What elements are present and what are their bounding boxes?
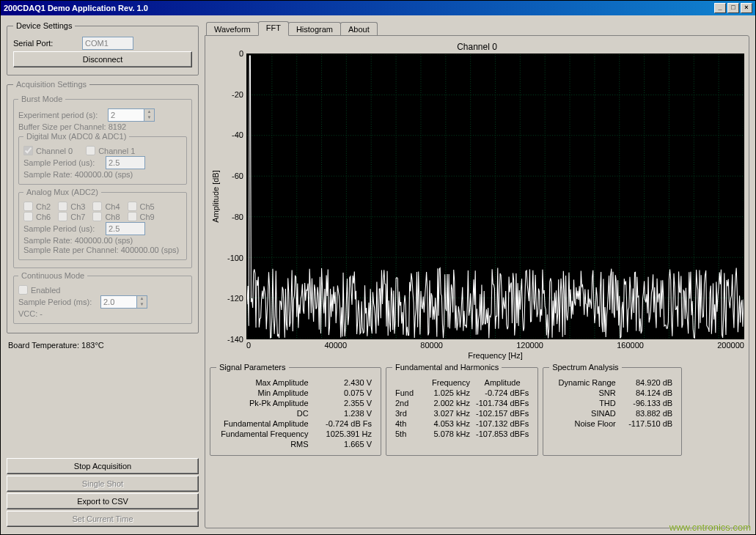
cont-legend: Continuous Mode xyxy=(18,271,87,280)
ytick: -40 xyxy=(232,130,243,139)
spin-down-icon: ▼ xyxy=(136,302,147,308)
ch7-checkbox: Ch7 xyxy=(58,212,85,221)
app-window: 200CDAQ1 Demo Application Rev. 1.0 _ □ ×… xyxy=(0,0,756,535)
ytick: -80 xyxy=(232,213,243,221)
disconnect-button[interactable]: Disconnect xyxy=(13,51,192,67)
continuous-mode: Continuous Mode Enabled Sample Period (m… xyxy=(13,271,192,324)
xtick: 160000 xyxy=(617,341,644,350)
stop-acquisition-button[interactable]: Stop Acquisition xyxy=(7,458,199,474)
sigparams-legend: Signal Parameters xyxy=(216,363,289,372)
spec-legend: Spectrum Analysis xyxy=(549,363,621,372)
acq-legend: Acquisition Settings xyxy=(13,80,89,89)
harm-legend: Fundamental and Harmonics xyxy=(392,363,502,372)
sigparams-table: Max Amplitude2.430 VMin Amplitude0.075 V… xyxy=(216,377,375,449)
dmux-sr-label: Sample Rate: 400000.00 (sps) xyxy=(23,170,133,179)
xtick: 200000 xyxy=(717,341,744,350)
serial-port-label: Serial Port: xyxy=(13,39,79,48)
minimize-icon[interactable]: _ xyxy=(714,3,726,13)
cont-enabled-checkbox: Enabled xyxy=(18,285,60,295)
digital-mux: Digital Mux (ADC0 & ADC1) Channel 0 Chan… xyxy=(18,132,187,185)
close-icon[interactable]: × xyxy=(741,3,752,13)
chart-yticks: 0-20-40-60-80-100-120-140 xyxy=(221,54,246,339)
dmux-sp-label: Sample Period (us): xyxy=(23,158,103,167)
table-row: Min Amplitude0.075 V xyxy=(216,388,375,398)
cont-sp-label: Sample Period (ms): xyxy=(18,298,98,306)
chart-xlabel: Frequency [Hz] xyxy=(246,350,744,360)
table-row: 5th5.078 kHz-107.853 dBFs xyxy=(392,429,532,439)
ch5-checkbox: Ch5 xyxy=(128,202,155,211)
spectrum-analysis: Spectrum Analysis Dynamic Range84.920 dB… xyxy=(543,363,682,456)
ytick: -120 xyxy=(227,294,243,303)
table-row: Fund1.025 kHz-0.724 dBFs xyxy=(392,388,532,398)
table-row: THD-96.133 dB xyxy=(549,398,675,408)
table-row: Max Amplitude2.430 V xyxy=(216,377,375,388)
tab-fft[interactable]: FFT xyxy=(258,21,289,36)
ch9-checkbox: Ch9 xyxy=(128,212,155,221)
ch2-checkbox: Ch2 xyxy=(23,202,51,211)
chart-xticks: 04000080000120000160000200000 xyxy=(210,339,744,350)
table-row: 3rd3.027 kHz-102.157 dBFs xyxy=(392,408,532,418)
ch0-checkbox: Channel 0 xyxy=(23,146,73,155)
table-row: Fundamental Frequency1025.391 Hz xyxy=(216,429,375,439)
exp-period-label: Experiment period (s): xyxy=(18,111,105,119)
amux-srpc-label: Sample Rate per Channel: 400000.00 (sps) xyxy=(23,246,179,254)
chart: Amplitude [dB] 0-20-40-60-80-100-120-140 xyxy=(210,54,744,339)
ch3-checkbox: Ch3 xyxy=(58,202,85,211)
acquisition-settings: Acquisition Settings Burst Mode Experime… xyxy=(7,80,199,333)
table-row: Noise Floor-117.510 dB xyxy=(549,418,675,429)
table-row: 4th4.053 kHz-107.132 dBFs xyxy=(392,418,532,429)
chart-title: Channel 0 xyxy=(210,40,744,54)
device-settings-legend: Device Settings xyxy=(13,21,75,30)
spec-table: Dynamic Range84.920 dBSNR84.124 dBTHD-96… xyxy=(549,377,675,429)
chart-plot[interactable] xyxy=(246,54,744,339)
ch6-checkbox: Ch6 xyxy=(23,212,51,221)
ch8-checkbox: Ch8 xyxy=(92,212,120,221)
xtick: 0 xyxy=(246,341,251,350)
amux-legend: Analog Mux (ADC2) xyxy=(23,188,101,196)
table-row: Pk-Pk Amplitude2.355 V xyxy=(216,398,375,408)
table-row: RMS1.665 V xyxy=(216,439,375,449)
maximize-icon[interactable]: □ xyxy=(727,3,739,13)
tab-waveform[interactable]: Waveform xyxy=(206,22,259,35)
metrics-row: Signal Parameters Max Amplitude2.430 VMi… xyxy=(210,363,744,456)
left-panel: Device Settings Serial Port: Disconnect … xyxy=(7,21,199,528)
ytick: -100 xyxy=(227,254,243,262)
spin-down-icon: ▼ xyxy=(144,115,154,121)
table-row: Fundamental Amplitude-0.724 dB Fs xyxy=(216,418,375,429)
harm-table: FrequencyAmplitudeFund1.025 kHz-0.724 dB… xyxy=(392,377,532,439)
set-time-button: Set Current Time xyxy=(7,511,199,527)
table-row: DC1.238 V xyxy=(216,408,375,418)
watermark: www.cntronics.com xyxy=(669,522,751,533)
ch4-checkbox: Ch4 xyxy=(92,202,120,211)
tabstrip: Waveform FFT Histogram About xyxy=(205,21,749,35)
amux-sp-label: Sample Period (us): xyxy=(23,224,103,233)
dmux-legend: Digital Mux (ADC0 & ADC1) xyxy=(23,132,129,141)
fundamental-harmonics: Fundamental and Harmonics FrequencyAmpli… xyxy=(386,363,538,456)
table-row: SNR84.124 dB xyxy=(549,388,675,398)
device-settings: Device Settings Serial Port: Disconnect xyxy=(7,21,199,75)
tab-content: Channel 0 Amplitude [dB] 0-20-40-60-80-1… xyxy=(205,35,749,528)
right-panel: Waveform FFT Histogram About Channel 0 A… xyxy=(205,21,749,528)
window-title: 200CDAQ1 Demo Application Rev. 1.0 xyxy=(4,4,148,12)
export-csv-button[interactable]: Export to CSV xyxy=(7,493,199,509)
tab-histogram[interactable]: Histogram xyxy=(288,22,341,35)
xtick: 120000 xyxy=(516,341,543,350)
action-buttons: Stop Acquisition Single Shot Export to C… xyxy=(7,457,199,528)
ytick: 0 xyxy=(239,49,243,58)
burst-mode: Burst Mode Experiment period (s): ▲▼ Buf… xyxy=(13,95,192,268)
ch1-checkbox: Channel 1 xyxy=(86,146,135,155)
serial-port-input xyxy=(82,37,133,50)
ytick: -60 xyxy=(232,171,243,180)
buffer-size-label: Buffer Size per Channel: 8192 xyxy=(18,122,126,131)
signal-parameters: Signal Parameters Max Amplitude2.430 VMi… xyxy=(210,363,381,456)
chart-ylabel: Amplitude [dB] xyxy=(211,170,220,223)
cont-sp-input xyxy=(101,296,136,308)
spin-up-icon: ▲ xyxy=(144,109,154,115)
table-row: Dynamic Range84.920 dB xyxy=(549,377,675,388)
titlebar[interactable]: 200CDAQ1 Demo Application Rev. 1.0 _ □ × xyxy=(1,1,755,15)
tab-about[interactable]: About xyxy=(340,22,378,35)
ytick: -20 xyxy=(232,90,243,99)
cont-sp-spin: ▲▼ xyxy=(100,295,147,309)
content: Device Settings Serial Port: Disconnect … xyxy=(1,15,755,534)
vcc-label: VCC: - xyxy=(18,309,43,318)
